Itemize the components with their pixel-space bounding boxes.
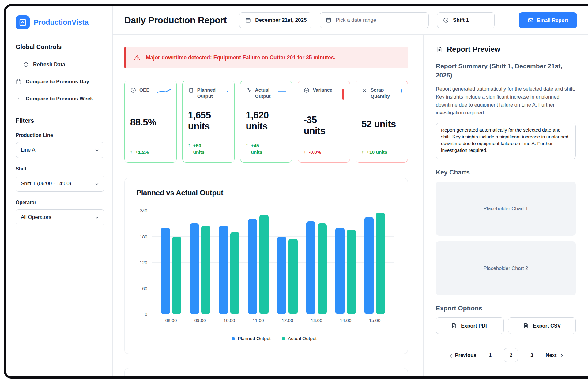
date-range-placeholder: Pick a date range [336, 17, 376, 23]
sparkline [226, 88, 229, 95]
previous-label: Previous [455, 352, 477, 358]
x-axis-label: 15:00 [364, 318, 385, 323]
kpi-header: Planned Output [188, 87, 229, 99]
key-charts-list: Placeholder Chart 1Placeholder Chart 2 [436, 182, 576, 295]
global-controls-list: Refresh DataCompare to Previous DayCompa… [16, 62, 104, 102]
x-axis-label: 10:00 [219, 318, 239, 323]
factory-chart-icon [16, 15, 30, 29]
previous-page-button[interactable]: Previous [448, 352, 477, 358]
report-summary-heading: Report Summary (Shift 1, December 21st, … [436, 62, 576, 80]
sidebar-item-refresh-data[interactable]: Refresh Data [23, 62, 104, 68]
select-value: Line A [21, 147, 35, 153]
bar-chart-plot: 060120180240 [152, 211, 394, 314]
shift-select-value: Shift 1 [453, 17, 469, 23]
email-report-button[interactable]: Email Report [519, 12, 577, 28]
chart-legend: Planned OutputActual Output [152, 336, 396, 341]
kpi-row: OEE88.5%↑+1.2%Planned Output1,655 units↑… [124, 81, 408, 163]
filter-group-shift: ShiftShift 1 (06:00 - 14:00) [16, 166, 104, 192]
output-chart-card: Planned vs Actual Output 060120180240 08… [124, 178, 408, 354]
next-page-button[interactable]: Next [545, 352, 564, 358]
arrow-down-icon: ↓ [303, 149, 306, 155]
content-row: Major downtime detected: Equipment Failu… [113, 35, 588, 376]
bar-group-14:00 [335, 211, 356, 314]
bar-group-15:00 [364, 211, 385, 314]
calendar-icon [16, 79, 22, 85]
kpi-header: Variance [303, 87, 344, 102]
kpi-card-variance: Variance-35 units↓-0.8% [298, 81, 350, 163]
sidebar-item-label: Refresh Data [33, 62, 65, 68]
y-axis-tick: 180 [140, 234, 147, 239]
kpi-card-oee: OEE88.5%↑+1.2% [124, 81, 177, 163]
report-preview-panel: Report Preview Report Summary (Shift 1, … [423, 35, 588, 376]
filters-list: Production LineLine AShiftShift 1 (06:00… [16, 133, 104, 225]
kpi-value: 1,620 units [246, 110, 283, 132]
bar-group-13:00 [306, 211, 327, 314]
main-column: Daily Production Report December 21st, 2… [113, 6, 588, 376]
actual-output-bar [172, 237, 181, 314]
kpi-delta: ↑+1.2% [130, 149, 171, 155]
kpi-value: 1,655 units [188, 110, 225, 132]
kpi-header: OEE [130, 87, 171, 96]
filter-group-operator: OperatorAll Operators [16, 200, 104, 225]
kpi-delta: ↓-0.8% [303, 149, 344, 155]
y-axis-tick: 60 [142, 286, 147, 291]
actual-output-bar [347, 230, 356, 314]
sparkline [278, 88, 286, 95]
file-text-icon [523, 323, 529, 329]
planned-output-bar [248, 219, 257, 314]
kpi-value: 88.5% [130, 117, 168, 128]
sidebar-item-label: Compare to Previous Week [26, 96, 93, 102]
kpi-card-planned-output: Planned Output1,655 units↑+50 units [182, 81, 235, 163]
page-1[interactable]: 1 [487, 352, 493, 358]
sidebar-item-label: Compare to Previous Day [26, 79, 89, 85]
kpi-delta-value: -0.8% [309, 149, 321, 155]
filter-label: Operator [16, 200, 104, 205]
shift-select[interactable]: Shift 1 (06:00 - 14:00) [16, 176, 104, 192]
actual-output-bar [376, 213, 385, 314]
main-content: Major downtime detected: Equipment Failu… [113, 35, 423, 376]
refresh-icon [23, 62, 29, 68]
next-label: Next [545, 352, 556, 358]
nodes-icon [246, 87, 252, 93]
kpi-label: Planned Output [197, 87, 223, 99]
export-pdf-button[interactable]: Export PDF [436, 317, 504, 334]
shift-select[interactable]: Shift 1 [437, 12, 495, 28]
date-range-picker[interactable]: Pick a date range [320, 12, 429, 28]
chart-title: Planned vs Actual Output [136, 189, 396, 197]
legend-dot [282, 337, 285, 340]
sparkline [342, 88, 344, 102]
page-3[interactable]: 3 [528, 352, 535, 358]
minus-circle-icon [303, 87, 310, 93]
mail-icon [528, 17, 534, 23]
legend-label: Actual Output [288, 336, 317, 341]
report-summary-text: Report generated automatically for the s… [436, 85, 576, 117]
kpi-card-actual-output: Actual Output1,620 units↑+45 units [240, 81, 292, 163]
kpi-delta: ↑+10 units [361, 149, 402, 155]
arrow-up-icon: ↑ [361, 149, 364, 155]
y-axis-tick: 240 [140, 208, 147, 213]
date-picker-value: December 21st, 2025 [255, 17, 307, 23]
page-numbers: 123 [487, 348, 535, 362]
warning-icon [134, 54, 141, 61]
date-picker[interactable]: December 21st, 2025 [239, 12, 311, 28]
operator-select[interactable]: All Operators [16, 209, 104, 225]
report-summary-textarea[interactable]: Report generated automatically for the s… [436, 123, 576, 159]
production-line-select[interactable]: Line A [16, 142, 104, 158]
legend-label: Planned Output [238, 336, 271, 341]
export-csv-button[interactable]: Export CSV [508, 317, 576, 334]
legend-dot [232, 337, 235, 340]
sidebar-item-compare-to-previous-week[interactable]: Compare to Previous Week [16, 96, 104, 102]
kpi-header: Scrap Quantity [361, 87, 402, 99]
clock-icon [443, 17, 449, 23]
planned-output-bar [306, 221, 315, 314]
planned-output-bar [364, 217, 374, 314]
report-preview-title: Report Preview [447, 45, 500, 54]
sidebar-item-compare-to-previous-day[interactable]: Compare to Previous Day [16, 79, 104, 85]
planned-output-bar [161, 228, 170, 314]
chevron-down-icon [94, 181, 100, 187]
actual-output-bar [288, 239, 298, 314]
calendar-icon [245, 17, 251, 23]
filters-heading: Filters [16, 117, 104, 124]
export-buttons: Export PDFExport CSV [436, 317, 576, 334]
page-2[interactable]: 2 [504, 348, 518, 362]
